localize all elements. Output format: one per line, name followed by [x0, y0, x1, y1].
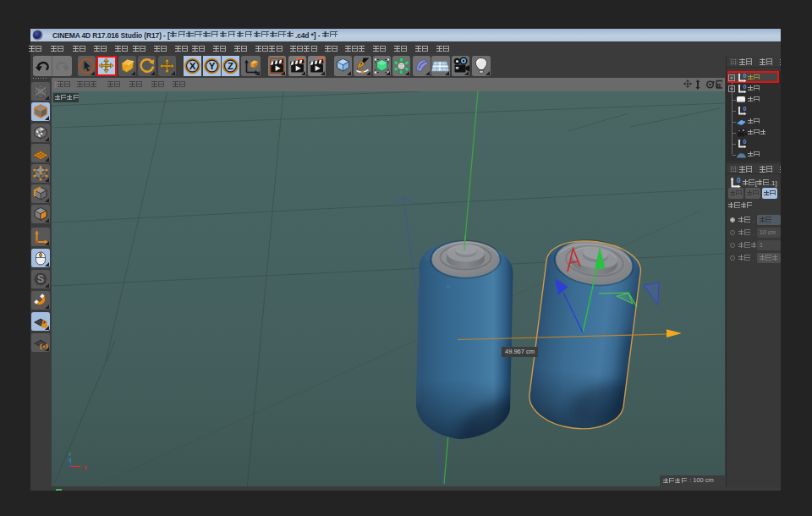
- svg-text:0: 0: [737, 177, 741, 184]
- svg-text:S: S: [37, 273, 44, 285]
- svg-text:X: X: [84, 464, 87, 469]
- svg-text:Y: Y: [208, 61, 215, 71]
- svg-text:Z: Z: [68, 456, 71, 461]
- svg-text:0: 0: [743, 139, 747, 145]
- svg-text:X: X: [189, 61, 196, 71]
- svg-text:0: 0: [743, 73, 747, 79]
- svg-text:Z: Z: [228, 61, 233, 71]
- svg-text:0: 0: [743, 106, 747, 112]
- svg-text:0: 0: [743, 84, 747, 90]
